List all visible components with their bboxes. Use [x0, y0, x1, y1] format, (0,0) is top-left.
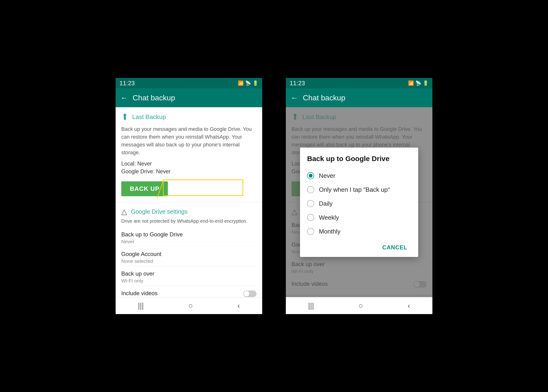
radio-option-daily[interactable]: Daily: [307, 197, 411, 211]
radio-label-never: Never: [319, 172, 335, 180]
signal-icon-right: 📡: [415, 80, 421, 86]
nav-home-btn[interactable]: ○: [188, 301, 193, 310]
right-phone: 11:23 📶 📡 🔋 ← Chat backup ⬆ Last Backup …: [286, 78, 433, 314]
setting-google-account[interactable]: Google Account None selected: [121, 246, 257, 266]
back-button-right[interactable]: ←: [290, 93, 298, 102]
wifi-icon: 📶: [238, 80, 244, 86]
radio-daily[interactable]: [307, 200, 314, 207]
nav-bar-left: ||| ○ ‹: [115, 297, 262, 314]
setting-name-1: Google Account: [121, 251, 257, 257]
dialog-overlay: Back up to Google Drive Never Only when …: [286, 107, 433, 297]
radio-never[interactable]: [307, 172, 314, 179]
signal-icon: 📡: [245, 80, 251, 86]
gdrive-section: △ Google Drive settings Drive are not pr…: [115, 202, 262, 297]
status-time-left: 11:23: [119, 80, 135, 87]
status-icons-right: 📶 📡 🔋: [408, 80, 429, 86]
radio-option-never[interactable]: Never: [307, 169, 411, 183]
radio-label-manual: Only when I tap "Back up": [319, 186, 390, 193]
radio-option-weekly[interactable]: Weekly: [307, 211, 411, 224]
setting-include-videos[interactable]: Include videos: [121, 286, 257, 297]
content-right: ⬆ Last Backup Back up your messages and …: [286, 107, 433, 297]
page-title-left: Chat backup: [133, 93, 175, 102]
radio-option-monthly[interactable]: Monthly: [307, 224, 411, 238]
local-backup-info: Local: Never: [121, 161, 257, 167]
setting-backup-gdrive[interactable]: Back up to Google Drive Never: [121, 227, 257, 246]
gdrive-header: △ Google Drive settings: [121, 207, 257, 216]
nav-bar-right: ||| ○ ‹: [286, 297, 433, 314]
gdrive-subtitle: Drive are not protected by WhatsApp end-…: [121, 217, 257, 224]
gdrive-icon: △: [121, 207, 127, 216]
status-bar-right: 11:23 📶 📡 🔋: [286, 78, 433, 88]
setting-name-2: Back up over: [121, 270, 257, 277]
battery-icon-right: 🔋: [423, 80, 429, 86]
dialog-actions: CANCEL: [307, 238, 411, 255]
radio-monthly[interactable]: [307, 228, 314, 235]
wifi-icon-right: 📶: [408, 80, 414, 86]
last-backup-section: ⬆ Last Backup Back up your messages and …: [115, 107, 262, 202]
back-button-left[interactable]: ←: [120, 93, 128, 102]
setting-value-2: Wi-Fi only: [121, 278, 257, 284]
last-backup-header: ⬆ Last Backup: [121, 112, 257, 122]
status-bar-left: 11:23 📶 📡 🔋: [115, 78, 262, 88]
backup-info: Local: Never Google Drive: Never: [121, 161, 257, 175]
page-title-right: Chat backup: [303, 93, 345, 102]
radio-label-monthly: Monthly: [319, 228, 340, 235]
nav-menu-btn-right[interactable]: |||: [308, 301, 314, 310]
cancel-button[interactable]: CANCEL: [378, 242, 411, 253]
radio-option-manual[interactable]: Only when I tap "Back up": [307, 183, 411, 197]
radio-label-weekly: Weekly: [319, 214, 339, 221]
setting-backup-over[interactable]: Back up over Wi-Fi only: [121, 266, 257, 286]
nav-back-btn-right[interactable]: ‹: [408, 301, 410, 310]
setting-value-1: None selected: [121, 258, 257, 264]
battery-icon: 🔋: [252, 80, 258, 86]
status-icons-left: 📶 📡 🔋: [238, 80, 258, 86]
radio-label-daily: Daily: [319, 200, 333, 207]
backup-button[interactable]: BACK UP: [121, 181, 168, 196]
backup-cloud-icon: ⬆: [121, 112, 128, 122]
backup-description: Back up your messages and media to Googl…: [121, 125, 257, 156]
radio-manual[interactable]: [307, 186, 314, 193]
dialog-title: Back up to Google Drive: [307, 155, 411, 163]
status-time-right: 11:23: [290, 80, 305, 87]
include-videos-toggle[interactable]: [243, 290, 257, 297]
nav-home-btn-right[interactable]: ○: [358, 301, 363, 310]
nav-back-btn[interactable]: ‹: [237, 301, 240, 310]
setting-value-0: Never: [121, 239, 257, 245]
left-phone: 11:23 📶 📡 🔋 ← Chat backup ⬆ Last Backup …: [115, 78, 262, 314]
gdrive-section-title: Google Drive settings: [131, 208, 187, 215]
app-header-right: ← Chat backup: [286, 88, 433, 107]
radio-weekly[interactable]: [307, 214, 314, 221]
last-backup-title: Last Backup: [132, 113, 166, 121]
gdrive-backup-info: Google Drive: Never: [121, 168, 257, 175]
nav-menu-btn[interactable]: |||: [138, 301, 144, 310]
setting-name-0: Back up to Google Drive: [121, 231, 257, 238]
app-header-left: ← Chat backup: [115, 88, 262, 107]
backup-dialog: Back up to Google Drive Never Only when …: [300, 147, 418, 257]
content-left: ⬆ Last Backup Back up your messages and …: [115, 107, 262, 297]
setting-name-3: Include videos: [121, 290, 158, 297]
